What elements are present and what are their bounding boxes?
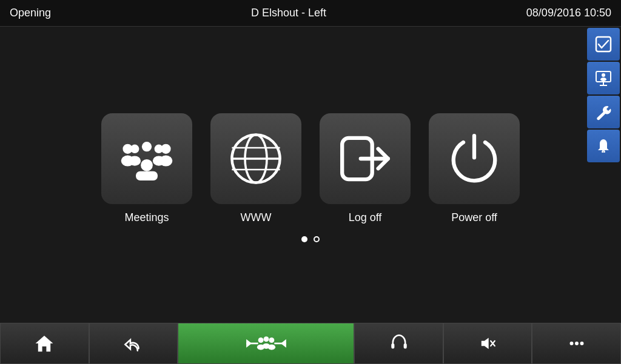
home-button[interactable] — [0, 323, 89, 364]
svg-point-36 — [262, 343, 269, 349]
svg-point-26 — [602, 151, 603, 153]
headset-icon — [389, 333, 409, 354]
header-center: D Elshout - Left — [251, 7, 326, 19]
conference-button[interactable] — [178, 323, 354, 364]
conference-icon — [242, 333, 290, 354]
svg-point-10 — [153, 156, 165, 166]
header: Opening D Elshout - Left 08/09/2016 10:5… — [0, 0, 621, 27]
poweroff-icon-box — [429, 113, 520, 204]
svg-point-9 — [155, 145, 163, 153]
dot-1 — [301, 236, 307, 242]
app-item-meetings[interactable]: Meetings — [101, 113, 192, 224]
svg-point-31 — [258, 337, 263, 343]
svg-point-8 — [129, 156, 141, 166]
svg-point-43 — [575, 342, 579, 345]
logoff-label: Log off — [349, 211, 382, 224]
header-right: 08/09/2016 10:50 — [526, 7, 611, 19]
more-icon — [566, 333, 587, 354]
sidebar-notifications-button[interactable] — [587, 130, 620, 162]
svg-point-5 — [141, 159, 153, 171]
home-icon — [34, 333, 55, 354]
svg-point-33 — [269, 337, 274, 343]
toolbar — [0, 323, 621, 364]
app-item-www[interactable]: WWW — [210, 113, 301, 224]
svg-point-44 — [580, 342, 583, 345]
logoff-icon-box — [320, 113, 411, 204]
main-content: Meetings WWW — [0, 27, 621, 323]
meetings-icon-box — [101, 113, 192, 204]
wrench-icon — [595, 104, 612, 121]
more-button[interactable] — [532, 323, 621, 364]
poweroff-label: Power off — [451, 211, 497, 224]
pagination — [301, 236, 320, 242]
svg-point-24 — [600, 78, 606, 81]
sidebar-presentation-button[interactable] — [587, 62, 620, 94]
bell-icon — [595, 137, 612, 154]
www-icon-box — [210, 113, 301, 204]
app-item-logoff[interactable]: Log off — [320, 113, 411, 224]
sidebar-tasks-button[interactable] — [587, 28, 620, 61]
svg-point-42 — [569, 342, 573, 345]
meetings-label: Meetings — [124, 211, 169, 224]
back-button[interactable] — [89, 323, 178, 364]
back-icon — [123, 333, 144, 354]
svg-point-27 — [603, 151, 605, 153]
presentation-icon — [595, 70, 612, 87]
header-left: Opening — [10, 7, 51, 19]
poweroff-icon — [447, 131, 502, 186]
svg-rect-37 — [391, 343, 394, 349]
svg-point-23 — [602, 73, 605, 77]
app-item-poweroff[interactable]: Power off — [429, 113, 520, 224]
www-icon — [229, 131, 283, 186]
volume-button[interactable] — [443, 323, 532, 364]
svg-point-35 — [263, 336, 269, 342]
volume-icon — [477, 333, 498, 354]
svg-marker-28 — [36, 336, 53, 351]
headset-button[interactable] — [354, 323, 443, 364]
sidebar-tools-button[interactable] — [587, 96, 620, 128]
meetings-icon — [119, 131, 174, 186]
checkbox-icon — [595, 36, 612, 53]
app-grid: Meetings WWW — [101, 113, 520, 224]
svg-marker-39 — [482, 338, 489, 349]
svg-rect-6 — [136, 171, 158, 180]
dot-2 — [314, 236, 320, 242]
logoff-icon — [338, 131, 392, 186]
svg-point-4 — [142, 142, 152, 151]
svg-point-7 — [130, 145, 139, 153]
www-label: WWW — [241, 211, 272, 224]
svg-rect-38 — [403, 343, 406, 349]
right-sidebar — [586, 27, 621, 164]
